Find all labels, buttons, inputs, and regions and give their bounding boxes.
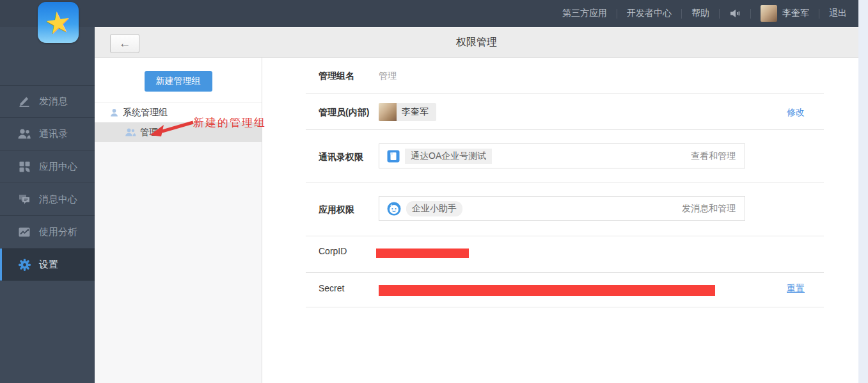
announcement-speaker-icon[interactable] [720,8,750,19]
star-icon: ★ [43,6,73,38]
sidebar-item-contacts[interactable]: 通讯录 [0,118,95,151]
sidebar: 发消息 通讯录 应用中心 消息中心 使用分析 [0,27,95,383]
contacts-permission-scope-chip[interactable]: 通达OA企业号测试 [405,149,492,164]
sidebar-menu: 发消息 通讯录 应用中心 消息中心 使用分析 [0,85,95,281]
gear-icon [17,258,31,272]
modify-admin-link[interactable]: 修改 [787,107,805,118]
back-button[interactable]: ← [110,34,139,53]
group-name-value: 管理 [379,70,397,82]
app-permission-scope-chip[interactable]: 企业小助手 [406,201,462,216]
sidebar-item-usage-analytics[interactable]: 使用分析 [0,216,95,249]
top-navigation: 第三方应用 开发者中心 帮助 李奎军 退出 [553,0,856,27]
admin-group-panel: 新建管理组 系统管理组 管理 新建的管理组 [95,58,262,383]
logout-link[interactable]: 退出 [819,8,856,19]
row-divider [306,272,824,273]
corpid-redacted-value [376,249,469,258]
nav-developer-center[interactable]: 开发者中心 [617,8,681,19]
row-divider [306,129,824,130]
sidebar-item-label: 通讯录 [39,128,68,140]
permission-detail-panel: 管理组名 管理 管理员(内部) 李奎军 修改 通讯录权限 通达OA企业号测试 查… [262,58,858,383]
app-permission-level: 发消息和管理 [682,203,736,215]
app-permission-box: 企业小助手 发消息和管理 [379,196,745,221]
new-group-area: 新建管理组 [95,58,262,102]
admin-label: 管理员(内部) [319,107,369,118]
secret-redacted-value [379,285,715,296]
user-menu[interactable]: 李奎军 [751,5,819,22]
annotation-arrow-icon [150,120,196,138]
reset-secret-link[interactable]: 重置 [787,283,805,295]
group-name-label: 管理组名 [319,70,354,82]
tree-item-label: 系统管理组 [123,107,168,118]
user-avatar [761,5,777,22]
admin-user-chip: 李奎军 [379,103,436,121]
admin-row: 管理员(内部) 李奎军 修改 [262,103,858,121]
nav-help[interactable]: 帮助 [682,8,719,19]
user-name: 李奎军 [782,8,809,19]
sidebar-item-app-center[interactable]: 应用中心 [0,151,95,183]
sidebar-item-label: 消息中心 [39,193,77,206]
contacts-permission-label: 通讯录权限 [319,152,363,163]
sidebar-item-label: 应用中心 [39,161,77,173]
page-title: 权限管理 [95,28,858,57]
people-icon [125,127,136,137]
row-divider [306,307,824,307]
admin-avatar [379,103,397,121]
admin-name: 李奎军 [397,106,436,118]
nav-third-party-apps[interactable]: 第三方应用 [553,8,617,19]
row-divider [306,93,824,94]
chat-bubbles-icon [17,193,31,205]
person-icon [109,108,119,118]
contacts-permission-box: 通达OA企业号测试 查看和管理 [379,143,745,168]
contacts-icon [17,128,31,140]
secret-label: Secret [319,283,344,293]
annotation-text: 新建的管理组 [193,115,266,130]
analytics-chart-icon [17,227,31,238]
row-divider [306,183,824,183]
sidebar-item-label: 使用分析 [39,226,77,238]
new-admin-group-button[interactable]: 新建管理组 [145,71,212,92]
scrollbar[interactable] [858,0,868,383]
sidebar-item-send-message[interactable]: 发消息 [0,85,95,118]
app-logo: ★ [38,2,79,43]
page-header: 权限管理 ← [95,27,858,58]
sidebar-item-settings[interactable]: 设置 [0,249,95,281]
sidebar-item-message-center[interactable]: 消息中心 [0,183,95,216]
contacts-book-icon [387,150,400,163]
back-arrow-icon: ← [119,37,131,50]
sidebar-item-label: 设置 [39,259,58,271]
contacts-permission-level: 查看和管理 [691,151,736,162]
corpid-label: CorpID [319,246,347,256]
sidebar-item-label: 发消息 [39,95,68,108]
apps-grid-icon [17,161,31,173]
compose-icon [17,95,31,108]
assistant-app-icon [387,202,401,216]
row-divider [306,236,824,236]
app-permission-label: 应用权限 [319,204,354,216]
